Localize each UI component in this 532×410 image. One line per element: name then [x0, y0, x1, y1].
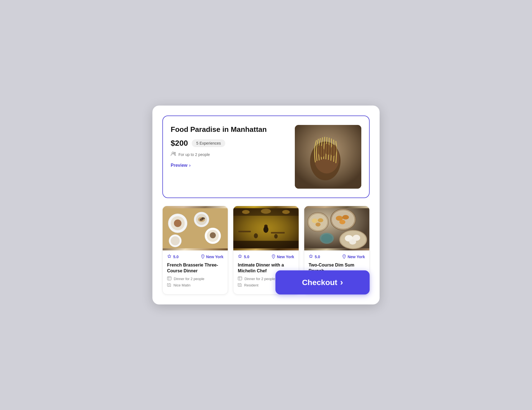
featured-card-info: Food Paradise in Manhattan $200 5 Experi…: [171, 125, 295, 168]
rating-value-dimsum: 5.0: [315, 255, 320, 259]
checkout-arrow: ›: [340, 277, 343, 287]
card-image-french: [163, 206, 228, 250]
svg-point-42: [273, 255, 274, 256]
map-icon-french: [167, 283, 171, 288]
map-icon-michelin: [238, 283, 242, 288]
pin-icon-dimsum: [342, 254, 346, 260]
svg-point-32: [242, 210, 250, 214]
meal-label-michelin: Dinner for 2 people: [244, 277, 275, 281]
location-value-michelin: New York: [277, 255, 294, 259]
svg-rect-35: [238, 231, 251, 232]
card-meal-french: Dinner for 2 people: [167, 276, 223, 281]
rating-dimsum: 5.0: [309, 254, 320, 260]
svg-point-59: [339, 220, 345, 224]
rating-value-french: 5.0: [173, 255, 178, 259]
rating-french: 5.0: [167, 254, 178, 260]
card-venue-french: Nice Matin: [167, 283, 223, 288]
featured-image: [295, 125, 361, 189]
location-french: New York: [201, 254, 224, 260]
card-body-french: 5.0 New York French Brasserie Three-Cour…: [163, 250, 228, 294]
svg-point-66: [321, 234, 332, 243]
svg-point-33: [261, 209, 271, 214]
svg-point-38: [264, 224, 268, 228]
card-meta-dimsum: 5.0 New York: [309, 254, 365, 260]
meal-label-french: Dinner for 2 people: [174, 277, 204, 281]
preview-arrow: ›: [189, 163, 190, 168]
svg-point-1: [174, 152, 176, 154]
card-french-brasserie[interactable]: 5.0 New York French Brasserie Three-Cour…: [162, 206, 228, 295]
svg-point-18: [210, 232, 216, 238]
venue-label-french: Nice Matin: [173, 283, 190, 287]
featured-people: For up to 2 people: [171, 152, 288, 157]
featured-card: Food Paradise in Manhattan $200 5 Experi…: [162, 116, 370, 198]
star-icon-dimsum: [309, 254, 313, 260]
preview-link[interactable]: Preview ›: [171, 163, 288, 168]
card-image-dimsum: [304, 206, 369, 250]
card-meta-french: 5.0 New York: [167, 254, 223, 260]
svg-point-67: [344, 255, 345, 256]
svg-point-12: [174, 219, 181, 227]
card-meta-michelin: 5.0 New York: [238, 254, 294, 260]
card-title-french: French Brasserie Three-Course Dinner: [167, 262, 223, 274]
rating-michelin: 5.0: [238, 254, 249, 260]
featured-price: $200: [171, 139, 188, 148]
venue-label-michelin: Resident: [244, 283, 258, 287]
pin-icon-michelin: [272, 254, 275, 260]
location-michelin: New York: [272, 254, 294, 260]
location-dimsum: New York: [342, 254, 365, 260]
svg-rect-41: [233, 241, 298, 248]
star-icon-french: [167, 254, 172, 260]
preview-label: Preview: [171, 163, 187, 168]
svg-point-56: [331, 210, 354, 229]
meal-icon-french: [167, 276, 172, 281]
svg-rect-36: [271, 232, 285, 233]
checkout-label: Checkout: [302, 278, 337, 287]
meal-icon-michelin: [238, 276, 242, 281]
svg-point-51: [308, 213, 328, 230]
svg-point-20: [171, 236, 180, 245]
app-container: Food Paradise in Manhattan $200 5 Experi…: [152, 106, 380, 305]
svg-point-34: [282, 210, 290, 214]
svg-point-54: [315, 222, 320, 226]
people-icon: [171, 152, 176, 157]
experiences-badge: 5 Experiences: [192, 139, 225, 147]
star-icon-michelin: [238, 254, 242, 260]
people-label: For up to 2 people: [178, 152, 210, 157]
pin-icon-french: [201, 254, 205, 260]
featured-title: Food Paradise in Manhattan: [171, 125, 288, 134]
checkout-button[interactable]: Checkout ›: [275, 270, 370, 294]
location-value-dimsum: New York: [347, 255, 365, 259]
svg-rect-43: [238, 277, 242, 280]
location-value-french: New York: [206, 255, 224, 259]
svg-point-53: [318, 218, 323, 222]
rating-value-michelin: 5.0: [244, 255, 249, 259]
featured-price-row: $200 5 Experiences: [171, 139, 288, 148]
svg-point-40: [274, 234, 278, 239]
svg-point-58: [342, 215, 349, 219]
svg-point-23: [202, 255, 203, 256]
card-image-michelin: [233, 206, 298, 250]
svg-point-52: [312, 218, 318, 223]
svg-rect-24: [167, 277, 171, 280]
svg-point-64: [349, 239, 356, 245]
svg-point-39: [254, 233, 258, 238]
